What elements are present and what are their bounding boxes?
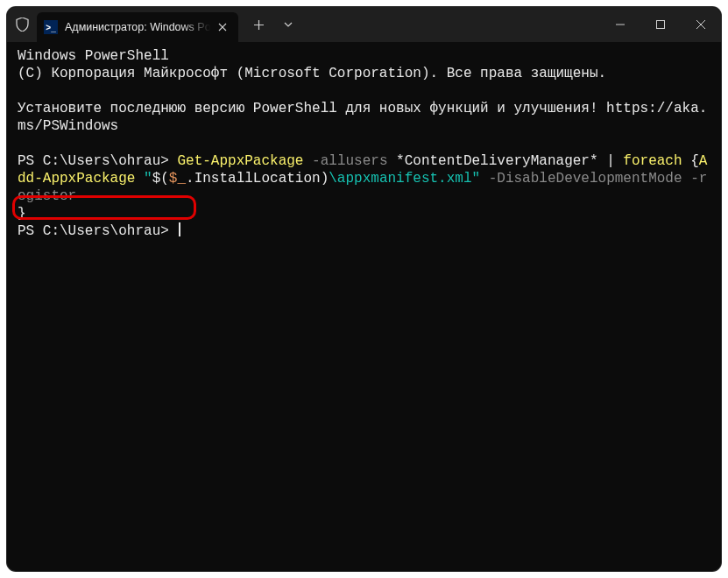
window-controls	[600, 7, 721, 42]
prompt-2: PS C:\Users\ohrau>	[18, 223, 177, 239]
titlebar: >_ Администратор: Windows PowerShell	[7, 7, 721, 42]
tab-powershell[interactable]: >_ Администратор: Windows PowerShell	[37, 12, 238, 42]
arg-pattern: *ContentDeliveryManager*	[396, 153, 597, 169]
powershell-icon: >_	[44, 20, 58, 34]
maximize-button[interactable]	[640, 7, 681, 42]
prompt-1: PS C:\Users\ohrau>	[18, 153, 177, 169]
tab-dropdown-button[interactable]	[273, 11, 303, 39]
subexpr-open: $(	[152, 171, 169, 187]
minimize-button[interactable]	[600, 7, 640, 42]
keyword-foreach: foreach	[623, 153, 682, 169]
tab-title: Администратор: Windows PowerShell	[65, 21, 214, 33]
pipe: |	[598, 153, 624, 169]
titlebar-left: >_ Администратор: Windows PowerShell	[7, 7, 600, 42]
flag-allusers: -allusers	[303, 153, 396, 169]
quote-close: "	[472, 171, 481, 187]
svg-rect-0	[657, 21, 665, 29]
terminal-output[interactable]: Windows PowerShell (C) Корпорация Майкро…	[7, 42, 721, 571]
brace-open: {	[682, 153, 699, 169]
path-literal: \appxmanifest.xml	[329, 171, 471, 187]
promo-text: Установите последнюю версию PowerShell д…	[18, 101, 606, 116]
brace-close: }	[18, 206, 26, 222]
close-tab-button[interactable]	[214, 18, 231, 36]
pipeline-var: $_	[169, 171, 186, 187]
new-tab-button[interactable]	[244, 11, 273, 39]
cursor-icon	[179, 222, 180, 236]
quote-open: "	[135, 171, 152, 187]
subexpr-close: )	[321, 171, 329, 187]
prop-access: .InstallLocation	[186, 171, 321, 187]
tab-actions	[238, 11, 303, 39]
close-window-button[interactable]	[681, 7, 721, 42]
admin-shield-icon	[7, 18, 37, 32]
banner-line-1: Windows PowerShell	[18, 48, 169, 64]
cmdlet-get: Get-AppxPackage	[177, 153, 303, 169]
banner-line-2: (C) Корпорация Майкрософт (Microsoft Cor…	[18, 66, 606, 81]
terminal-window: >_ Администратор: Windows PowerShell	[7, 7, 721, 571]
